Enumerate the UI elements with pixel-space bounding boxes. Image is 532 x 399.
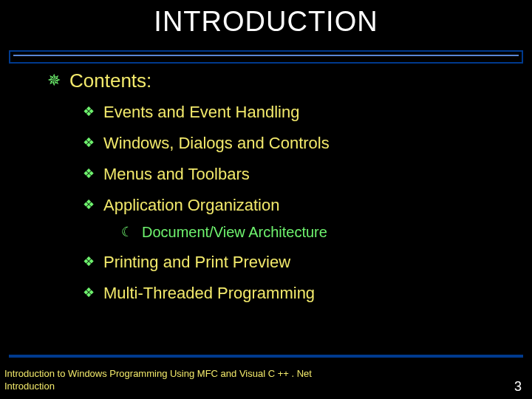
sublist-item: ☾ Document/View Architecture [121, 224, 510, 241]
list-item: ❖ Application Organization [83, 196, 510, 215]
diamond-icon: ❖ [83, 136, 95, 149]
title-rule-outer [9, 50, 523, 64]
item-text: Events and Event Handling [103, 103, 299, 122]
star-icon: ✵ [47, 72, 61, 89]
moon-icon: ☾ [121, 225, 133, 239]
list-item: ❖ Multi-Threaded Programming [83, 284, 510, 303]
diamond-icon: ❖ [83, 105, 95, 118]
item-text: Menus and Toolbars [103, 165, 250, 184]
list-item: ❖ Events and Event Handling [83, 103, 510, 122]
diamond-icon: ❖ [83, 286, 95, 299]
footer-text: Introduction to Windows Programming Usin… [4, 367, 312, 393]
item-text: Multi-Threaded Programming [103, 284, 315, 303]
footer-line-2: Introduction [4, 380, 312, 393]
footer-rule [9, 355, 523, 358]
list-item: ❖ Windows, Dialogs and Controls [83, 134, 510, 153]
page-number: 3 [514, 379, 522, 395]
slide: INTRODUCTION ✵ Contents: ❖ Events and Ev… [0, 0, 532, 399]
heading-text: Contents: [69, 69, 151, 92]
item-text: Printing and Print Preview [103, 253, 290, 272]
diamond-icon: ❖ [83, 167, 95, 180]
diamond-icon: ❖ [83, 255, 95, 268]
list-item: ❖ Menus and Toolbars [83, 165, 510, 184]
subitem-text: Document/View Architecture [142, 224, 327, 241]
diamond-icon: ❖ [83, 198, 95, 211]
heading-row: ✵ Contents: [47, 69, 510, 92]
slide-body: ✵ Contents: ❖ Events and Event Handling … [47, 69, 510, 315]
slide-title: INTRODUCTION [0, 0, 532, 38]
list-item: ❖ Printing and Print Preview [83, 253, 510, 272]
item-text: Application Organization [103, 196, 279, 215]
footer-line-1: Introduction to Windows Programming Usin… [4, 367, 312, 381]
title-rule-inner [13, 55, 519, 56]
item-text: Windows, Dialogs and Controls [103, 134, 330, 153]
